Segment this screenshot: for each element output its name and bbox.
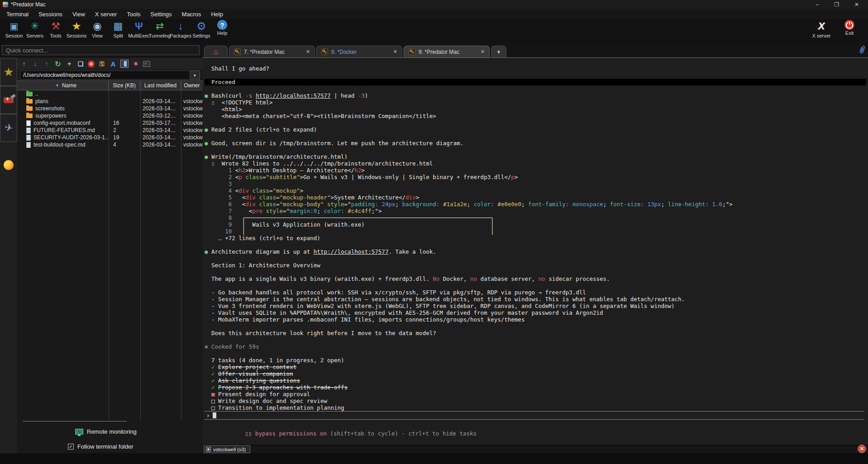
refresh-icon[interactable]: ↻ <box>54 60 62 68</box>
terminal-line: ▯ <!DOCTYPE html> <box>205 99 866 106</box>
font-icon[interactable]: A <box>109 60 117 68</box>
menu-bar: TerminalSessionsViewX serverToolsSetting… <box>0 9 868 19</box>
toolbar-packages-button[interactable]: ↓Packages <box>170 20 191 38</box>
terminal[interactable]: Shall I go ahead? Proceed ● Bash(curl -s… <box>203 58 868 445</box>
menu-item-help[interactable]: Help <box>211 11 223 18</box>
column-header-name[interactable]: ▼ Name <box>17 81 109 90</box>
key-icon[interactable]: ⚿ <box>98 60 106 68</box>
session-chip[interactable]: ☻ vstockwell (x3) <box>204 445 250 453</box>
chevron-down-icon: ▾ <box>194 73 196 78</box>
quick-connect-input[interactable]: Quick connect... <box>2 45 200 55</box>
file-row[interactable]: plans2026-03-14…vstockw <box>17 98 203 105</box>
terminal-line: ● Architecture diagram is up at http://l… <box>205 248 866 255</box>
file-modified: 2026-03-17… <box>140 120 181 126</box>
sidebar: ★ ✈ ↑↓↑↻+❏✕⚿A✶> /Users/vstockwell/repos/… <box>0 58 202 453</box>
tab-home[interactable]: ⌂ <box>204 46 228 57</box>
home-icon: ⌂ <box>214 47 218 57</box>
toolbar-sessions-button[interactable]: ★Sessions <box>66 20 87 38</box>
path-input[interactable]: /Users/vstockwell/repos/wraith/docs/ <box>20 71 190 80</box>
terminal-line: 8 ┌─────────────────────────────────────… <box>205 214 866 221</box>
tunneling-icon: ⇄ <box>153 20 166 33</box>
maximize-button[interactable]: ❐ <box>834 1 839 8</box>
tab-close-icon[interactable]: ✕ <box>481 49 485 55</box>
tools-knife-button[interactable] <box>0 86 17 114</box>
toolbar-servers-button[interactable]: ✳Servers <box>24 20 45 38</box>
column-header-modified[interactable]: Last modified <box>140 81 181 90</box>
file-owner: vstockw <box>181 120 203 126</box>
sessions-star-button[interactable]: ★ <box>0 58 17 86</box>
top-strip: Quick connect... ⌂ 7. *Predator Mac ✕ 8.… <box>0 43 868 58</box>
paper-plane-button[interactable]: ✈ <box>0 114 17 142</box>
menu-item-x-server[interactable]: X server <box>95 11 117 18</box>
file-row[interactable]: screenshots2026-03-14…vstockw <box>17 105 203 112</box>
menu-item-terminal[interactable]: Terminal <box>6 11 29 18</box>
toolbar-exit-button[interactable]: Exit <box>839 20 860 38</box>
remote-monitoring[interactable]: ∿ Remote monitoring <box>75 427 203 436</box>
toolbar-view-button[interactable]: ◉View <box>87 20 108 38</box>
tab-7-predator-mac[interactable]: 7. *Predator Mac ✕ <box>229 46 315 57</box>
terminal-input[interactable]: › <box>205 411 864 420</box>
new-folder-icon[interactable]: + <box>65 60 73 68</box>
menu-item-sessions[interactable]: Sessions <box>38 11 62 18</box>
toolbar-settings-button[interactable]: ⚙Settings <box>191 20 212 38</box>
terminal-line: 6 <div class="mockup-body" style="paddin… <box>205 201 866 208</box>
menu-item-macros[interactable]: Macros <box>182 11 201 18</box>
exit-power-icon <box>844 20 854 30</box>
file-row[interactable]: config-export.mobaconf162026-03-17…vstoc… <box>17 119 203 127</box>
toolbar-split-button[interactable]: ▦Split <box>108 20 129 38</box>
follow-terminal-folder[interactable]: ✓ Follow terminal folder <box>68 441 203 451</box>
file-owner: vstockw <box>181 142 203 148</box>
menu-item-settings[interactable]: Settings <box>151 11 172 18</box>
delete-icon[interactable]: ✕ <box>88 61 95 67</box>
minimize-button[interactable]: – <box>816 1 819 8</box>
terminal-icon[interactable]: > <box>143 61 150 67</box>
close-button[interactable]: ✕ <box>854 1 859 8</box>
user-icon: ☻ <box>206 447 211 452</box>
upload-icon[interactable]: ↑ <box>43 60 51 68</box>
text-cursor <box>213 412 216 418</box>
wand-icon[interactable]: ✶ <box>132 60 140 68</box>
file-row[interactable]: SECURITY-AUDIT-2026-03-1…192026-03-14…vs… <box>17 134 203 141</box>
new-file-icon[interactable]: ❏ <box>76 60 85 68</box>
terminal-line: Does this architecture look right before… <box>205 330 866 336</box>
toolbar-tunneling-button[interactable]: ⇄Tunneling <box>149 20 170 38</box>
menu-item-view[interactable]: View <box>72 11 85 18</box>
toolbar-session-button[interactable]: ▣Session <box>4 20 24 38</box>
title-bar: *Predator Mac – ❐ ✕ <box>0 0 868 9</box>
path-dropdown-button[interactable]: ▾ <box>190 71 200 80</box>
file-row[interactable]: .. <box>17 90 203 98</box>
checkbox-checked-icon[interactable]: ✓ <box>68 444 74 450</box>
file-row[interactable]: superpowers2026-03-12…vstockw <box>17 112 203 119</box>
toolbar-label: Tools <box>50 33 62 38</box>
column-header-size[interactable]: Size (KB) <box>109 81 140 90</box>
toolbar-multiexec-button[interactable]: ΨMultiExec <box>129 20 149 38</box>
toolbar-label: Help <box>217 30 228 36</box>
file-row[interactable]: test-buildout-spec.md42026-03-14…vstockw <box>17 141 203 148</box>
toolbar-help-button[interactable]: ?Help <box>212 20 233 38</box>
folder-up-icon[interactable]: ↑ <box>20 60 28 68</box>
globe-icon[interactable] <box>4 160 14 170</box>
toolbar-x-server-button[interactable]: XX server <box>811 20 832 38</box>
close-session-button[interactable]: ✕ <box>858 445 866 453</box>
terminal-line: 4 <div class="mockup"> <box>205 187 866 194</box>
download-icon[interactable]: ↓ <box>31 60 39 68</box>
tab-close-icon[interactable]: ✕ <box>306 49 310 55</box>
toolbar-tools-button[interactable]: ⚒Tools <box>45 20 66 38</box>
column-header-owner[interactable]: Owner <box>181 81 203 90</box>
new-tab-button[interactable]: + <box>491 46 506 57</box>
tab-close-icon[interactable]: ✕ <box>393 49 397 55</box>
tab-8-docker[interactable]: 8. *Docker ✕ <box>316 46 402 57</box>
paperclip-icon[interactable] <box>859 45 865 56</box>
terminal-line <box>205 119 866 126</box>
view-icon: ◉ <box>91 20 104 33</box>
permissions-status-line: ▯▯ bypass permissions on (shift+tab to c… <box>205 420 864 444</box>
session-icon: ▣ <box>8 20 20 33</box>
multiexec-icon: Ψ <box>133 20 145 33</box>
menu-item-tools[interactable]: Tools <box>127 11 140 18</box>
prompt-chevron: › <box>206 412 210 419</box>
file-owner: vstockw <box>181 113 203 119</box>
file-row[interactable]: FUTURE-FEATURES.md22026-03-14…vstockw <box>17 127 203 134</box>
panel-view-icon[interactable] <box>120 60 129 68</box>
tab-9-predator-mac[interactable]: 9. *Predator Mac ✕ <box>404 46 490 57</box>
folder-icon <box>26 106 33 111</box>
